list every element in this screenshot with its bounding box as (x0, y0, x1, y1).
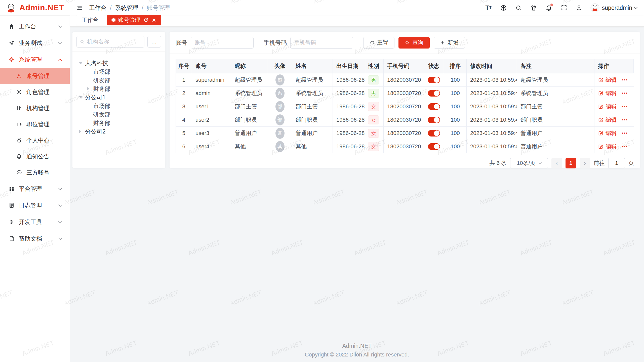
table-header-cell: 昵称 (231, 59, 268, 73)
fullscreen-icon[interactable] (560, 4, 568, 12)
cell-modified: 2023-01-03 10:59:44 (467, 140, 517, 153)
cell-name: 普通用户 (292, 127, 333, 140)
breadcrumb-item[interactable]: 工作台 (89, 4, 106, 12)
edit-button[interactable]: 编辑 (598, 89, 617, 97)
edit-icon (598, 77, 603, 83)
tree-node[interactable]: 分公司2 (76, 127, 161, 136)
goto-page-input[interactable] (608, 158, 625, 168)
phone-input[interactable] (290, 37, 353, 49)
more-actions-button[interactable]: ••• (622, 104, 628, 109)
gender-badge: 女 (368, 142, 379, 151)
tree-node[interactable]: 市场部 (76, 67, 161, 76)
org-tree: 大名科技 市场部 研发部 (76, 59, 161, 136)
add-button[interactable]: 新增 (434, 37, 465, 49)
cell-nickname: 部门主管 (231, 100, 268, 113)
page-unit-label: 页 (628, 159, 634, 167)
cell-remark: 部门主管 (517, 100, 594, 113)
edit-button[interactable]: 编辑 (598, 143, 617, 150)
tree-node[interactable]: 财务部 (76, 119, 161, 127)
cell-operations: 编辑 ••• (594, 127, 634, 140)
cell-status (424, 113, 444, 126)
language-icon[interactable] (500, 4, 507, 12)
tree-expand-arrow-icon[interactable] (87, 87, 93, 90)
sidebar-item-profile-center[interactable]: 个人中心 (0, 132, 70, 148)
table-header-cell: 操作 (594, 59, 634, 73)
notification-icon[interactable] (545, 4, 553, 12)
prev-page-button[interactable]: ‹ (551, 158, 562, 168)
user-icon[interactable] (575, 4, 583, 12)
status-toggle[interactable] (428, 77, 440, 83)
status-toggle[interactable] (428, 143, 440, 150)
cell-gender: 女 (366, 113, 384, 126)
edit-button[interactable]: 编辑 (598, 103, 617, 110)
cell-operations: 编辑 ••• (594, 113, 634, 126)
pagination-total: 共 6 条 (490, 159, 507, 167)
tab-account-mgmt[interactable]: 账号管理 (107, 15, 161, 25)
sidebar-item-account-mgmt[interactable]: 账号管理 (0, 68, 70, 84)
sidebar-item-dev-tools[interactable]: 开发工具 (0, 214, 70, 230)
breadcrumb-item[interactable]: 系统管理 (115, 4, 138, 12)
status-toggle[interactable] (428, 130, 440, 137)
log-icon (9, 202, 15, 208)
tree-expand-arrow-icon[interactable] (79, 62, 85, 64)
page-size-select[interactable]: 10条/页 (510, 158, 548, 168)
tree-node[interactable]: 市场部 (76, 102, 161, 110)
search-icon[interactable] (515, 4, 522, 12)
more-actions-button[interactable]: ••• (622, 77, 628, 82)
tree-node[interactable]: 分公司1 (76, 93, 161, 102)
status-toggle[interactable] (428, 117, 440, 123)
sidebar-item-workbench[interactable]: 工作台 (0, 18, 70, 35)
sidebar-item-system-mgmt[interactable]: 系统管理 (0, 51, 70, 68)
sidebar-item-notice[interactable]: 通知公告 (0, 148, 70, 164)
more-actions-button[interactable]: ••• (622, 131, 628, 136)
sidebar-item-third-party-account[interactable]: 三方账号 (0, 164, 70, 180)
edit-button[interactable]: 编辑 (598, 129, 617, 137)
cell-status (424, 100, 444, 113)
sidebar-item-platform-mgmt[interactable]: 平台管理 (0, 180, 70, 197)
tree-node[interactable]: 财务部 (76, 84, 161, 93)
system-mgmt-submenu: 账号管理 角色管理 机构管理 职位管理 个人中心 (0, 68, 70, 180)
gender-badge: 女 (368, 102, 379, 111)
sidebar-item-org-mgmt[interactable]: 机构管理 (0, 100, 70, 116)
more-actions-button[interactable]: ••• (622, 117, 628, 122)
reset-button[interactable]: 重置 (363, 37, 394, 49)
org-search-input[interactable] (87, 38, 141, 45)
sidebar-item-position-mgmt[interactable]: 职位管理 (0, 116, 70, 132)
logo[interactable]: Admin.NET (0, 0, 70, 16)
sidebar-item-business-test[interactable]: 业务测试 (0, 35, 70, 51)
more-actions-button[interactable]: ••• (622, 91, 628, 96)
cell-modified: 2023-01-03 10:59:44 (467, 100, 517, 113)
next-page-button[interactable]: › (580, 158, 590, 168)
close-icon[interactable] (151, 18, 156, 23)
theme-icon[interactable] (530, 4, 538, 12)
gender-badge: 男 (368, 89, 379, 98)
tree-node[interactable]: 研发部 (76, 110, 161, 119)
font-size-icon[interactable]: TT (485, 4, 492, 12)
tree-node[interactable]: 大名科技 (76, 59, 161, 67)
tree-node-label: 研发部 (93, 76, 110, 84)
sidebar-item-log-mgmt[interactable]: 日志管理 (0, 197, 70, 214)
username: superadmin (602, 5, 632, 11)
status-toggle[interactable] (428, 103, 440, 110)
divider (72, 52, 165, 52)
account-input[interactable] (191, 37, 254, 49)
edit-button[interactable]: 编辑 (598, 116, 617, 124)
search-button[interactable]: 查询 (398, 37, 430, 49)
sidebar-item-label: 帮助文档 (19, 235, 59, 243)
sidebar-item-help-docs[interactable]: 帮助文档 (0, 230, 70, 247)
refresh-icon[interactable] (143, 18, 148, 23)
sidebar-item-role-mgmt[interactable]: 角色管理 (0, 84, 70, 100)
collapse-menu-icon[interactable] (76, 4, 84, 12)
tree-node[interactable]: 研发部 (76, 76, 161, 84)
edit-button[interactable]: 编辑 (598, 76, 617, 84)
tab-workbench[interactable]: 工作台 (76, 15, 104, 25)
tree-expand-arrow-icon[interactable] (79, 130, 85, 133)
more-actions-button[interactable]: ••• (622, 144, 628, 149)
org-more-button[interactable]: ... (147, 36, 161, 48)
tree-expand-arrow-icon[interactable] (79, 96, 85, 99)
account-label: 账号 (176, 39, 187, 47)
current-page-button[interactable]: 1 (566, 158, 576, 168)
cell-account: user3 (192, 127, 231, 140)
status-toggle[interactable] (428, 90, 440, 97)
user-menu[interactable]: superadmin (590, 3, 637, 12)
